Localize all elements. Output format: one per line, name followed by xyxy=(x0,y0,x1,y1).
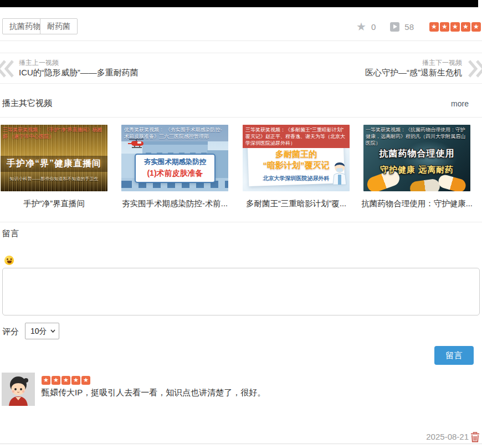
thumb1-award-banner: 三等奖获奖视频： 《手护“净”界直播间》杨雅婷 （遂宁市中心医院） xyxy=(3,126,105,140)
divider xyxy=(0,40,482,41)
divider xyxy=(0,222,482,222)
submit-comment-button[interactable]: 留言 xyxy=(434,346,474,365)
video-rating-stars xyxy=(429,22,481,32)
tag-resistant-bacteria[interactable]: 耐药菌 xyxy=(40,18,78,34)
next-video-label: 播主下一视频 xyxy=(422,58,462,68)
favorite-star-icon[interactable]: ★ xyxy=(356,21,366,32)
rating-star-icon xyxy=(81,376,90,385)
video-thumbnail-3[interactable]: 三等奖获奖视频：《多耐菌王“三重暗影计划”覆灭记》赵正平、程香逸、谢天为等（北京… xyxy=(243,125,350,191)
play-count-icon xyxy=(390,22,399,32)
stats-row: ★ 0 58 xyxy=(356,20,481,33)
rating-star-icon xyxy=(42,376,50,385)
more-link[interactable]: more xyxy=(451,99,469,108)
rating-label: 评分 xyxy=(2,327,19,337)
video-card: 优秀奖获奖视频： 《夯实围手术期感染防控-术前皮肤准备》三六三医院感控管理部 夯… xyxy=(121,125,228,191)
rating-star-icon xyxy=(461,22,470,32)
rating-star-icon xyxy=(52,376,60,385)
avatar xyxy=(2,373,35,406)
prev-video-title[interactable]: ICU的“隐形威胁”——多重耐药菌 xyxy=(19,68,139,78)
comment-textarea[interactable] xyxy=(2,268,480,315)
video-title-4[interactable]: 抗菌药物合理使用：守护健康... xyxy=(361,198,473,209)
rating-star-icon xyxy=(71,376,80,385)
video-thumbnail-4[interactable]: 一等奖获奖视频：《抗菌药物合理使用：守护健康，远离耐药》程韵凡（四川大学附属眉山… xyxy=(363,125,470,191)
thumb4-title-line2: 守护健康 远离耐药 xyxy=(363,165,470,175)
emoji-picker-icon[interactable] xyxy=(4,256,14,265)
video-detail-page: 抗菌药物 耐药菌 ★ 0 58 播主上一视频 ICU的“隐形威胁”——多重耐药菌… xyxy=(0,0,482,448)
thumb1-subtitle: 知识小科普——那些你知道和不知道的手卫生 xyxy=(1,176,107,182)
thumb4-title-line1: 抗菌药物合理使用 xyxy=(363,148,470,160)
prev-chevrons-icon[interactable] xyxy=(0,59,16,79)
prev-next-nav: 播主上一视频 ICU的“隐形威胁”——多重耐药菌 播主下一视频 医心守护—“感”… xyxy=(0,53,482,84)
rating-select-wrap: 10分 xyxy=(25,323,59,339)
comments-heading: 留言 xyxy=(2,228,19,239)
thumb2-award-banner: 优秀奖获奖视频： 《夯实围手术期感染防控-术前皮肤准备》三六三医院感控管理部 xyxy=(121,125,228,141)
play-count: 58 xyxy=(404,22,414,32)
thumb4-award-banner: 一等奖获奖视频：《抗菌药物合理使用：守护健康，远离耐药》程韵凡（四川大学附属眉山… xyxy=(366,126,468,146)
comment-rating-stars xyxy=(42,376,90,385)
top-black-bar xyxy=(0,0,478,7)
rating-star-icon xyxy=(429,22,439,32)
thumb1-main-title: 手护净“界”健康直播间 xyxy=(1,156,107,172)
divider xyxy=(0,444,482,444)
thumb3-title-line1: 多耐菌王的 xyxy=(243,149,350,160)
rating-star-icon xyxy=(450,22,460,32)
thumb2-title-box: 夯实围术期感染防控 (1)术前皮肤准备 xyxy=(135,154,216,183)
next-video-title[interactable]: 医心守护—“感”退新生危机 xyxy=(365,68,462,78)
capsule-graphic xyxy=(437,174,468,191)
video-card: 三等奖获奖视频：《多耐菌王“三重暗影计划”覆灭记》赵正平、程香逸、谢天为等（北京… xyxy=(243,125,350,191)
capsule-graphic xyxy=(409,178,440,191)
prev-video-label: 播主上一视频 xyxy=(19,58,59,68)
video-title-2[interactable]: 夯实围手术期感染防控-术前... xyxy=(122,198,228,209)
comment-date: 2025-08-21 xyxy=(426,432,469,441)
video-thumbnail-2[interactable]: 优秀奖获奖视频： 《夯实围手术期感染防控-术前皮肤准备》三六三医院感控管理部 夯… xyxy=(121,125,228,191)
trash-icon[interactable] xyxy=(470,432,480,442)
rating-star-icon xyxy=(440,22,449,32)
rating-select[interactable]: 10分 xyxy=(25,323,59,339)
favorite-count: 0 xyxy=(371,22,376,32)
other-videos-heading: 播主其它视频 xyxy=(2,98,52,109)
video-title-3[interactable]: 多耐菌王“三重暗影计划”覆... xyxy=(246,198,346,209)
comment-text: 甄嬛传大IP，挺吸引人去看一看，知识点也讲清楚了，很好。 xyxy=(42,388,265,398)
video-title-1[interactable]: 手护“净”界直播间 xyxy=(23,198,85,209)
divider xyxy=(0,117,482,118)
doctor-character-icon xyxy=(331,161,348,188)
video-thumbnail-1[interactable]: 三等奖获奖视频： 《手护“净”界直播间》杨雅婷 （遂宁市中心医院） 手护净“界”… xyxy=(1,125,107,191)
thumb2-title-line1: 夯实围术期感染防控 xyxy=(137,157,213,167)
rating-star-icon xyxy=(61,376,70,385)
video-card: 一等奖获奖视频：《抗菌药物合理使用：守护健康，远离耐药》程韵凡（四川大学附属眉山… xyxy=(363,125,470,191)
thumb3-award-banner: 三等奖获奖视频：《多耐菌王“三重暗影计划”覆灭记》赵正平、程香逸、谢天为等（北京… xyxy=(243,125,350,148)
video-card: 三等奖获奖视频： 《手护“净”界直播间》杨雅婷 （遂宁市中心医院） 手护净“界”… xyxy=(1,125,107,191)
thumb2-title-line2: (1)术前皮肤准备 xyxy=(137,169,213,179)
next-chevrons-icon[interactable] xyxy=(466,59,482,79)
rating-star-icon xyxy=(471,22,481,32)
